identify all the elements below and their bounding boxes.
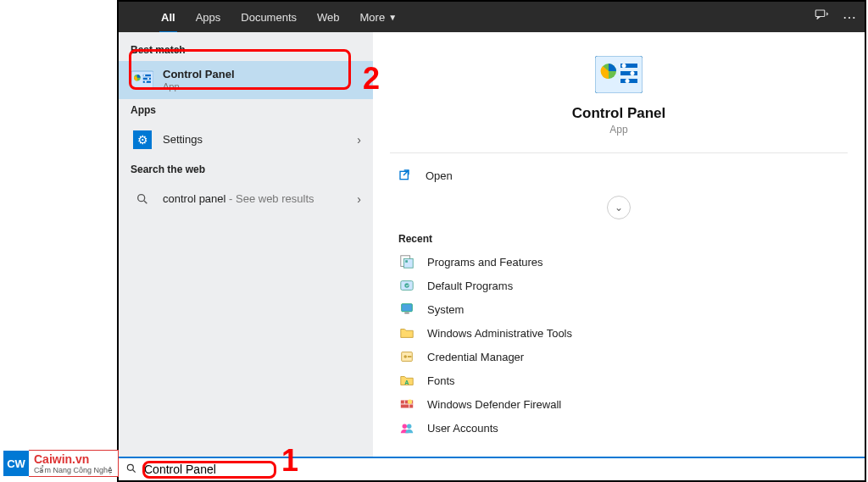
recent-header: Recent <box>373 228 865 250</box>
chevron-right-icon: › <box>357 192 361 206</box>
recent-system[interactable]: System <box>373 297 865 321</box>
recent-defender-firewall[interactable]: Windows Defender Firewall <box>373 392 865 416</box>
system-icon <box>398 302 415 317</box>
svg-point-9 <box>138 194 145 201</box>
control-panel-icon <box>595 56 643 93</box>
programs-icon <box>398 254 415 269</box>
credential-icon <box>398 349 415 364</box>
svg-point-24 <box>404 283 409 287</box>
result-title: Control Panel <box>163 68 235 81</box>
watermark: CW Caiwin.vn Cẩm Nang Công Nghệ <box>3 450 119 477</box>
svg-point-35 <box>408 400 412 404</box>
recent-admin-tools[interactable]: Windows Administrative Tools <box>373 321 865 345</box>
recent-default-programs[interactable]: Default Programs <box>373 274 865 297</box>
svg-point-16 <box>622 64 626 68</box>
result-subtitle: App <box>163 81 235 92</box>
tab-web[interactable]: Web <box>307 2 350 32</box>
svg-rect-5 <box>143 81 151 83</box>
svg-line-39 <box>133 469 136 472</box>
open-button[interactable]: Open <box>373 160 865 191</box>
apps-header: Apps <box>119 99 373 121</box>
feedback-icon[interactable] <box>814 8 829 26</box>
svg-rect-4 <box>143 78 151 80</box>
svg-rect-29 <box>408 356 412 357</box>
recent-programs-and-features[interactable]: Programs and Features <box>373 250 865 274</box>
tab-documents[interactable]: Documents <box>231 2 307 32</box>
preview-title: Control Panel <box>373 105 865 122</box>
fonts-icon: A <box>398 373 415 388</box>
best-match-control-panel[interactable]: Control Panel App <box>119 61 373 99</box>
svg-text:A: A <box>404 379 409 386</box>
firewall-icon <box>398 396 415 412</box>
more-options-icon[interactable]: ⋯ <box>843 9 856 25</box>
svg-point-37 <box>407 424 411 429</box>
user-accounts-icon <box>398 420 415 435</box>
svg-point-8 <box>145 81 147 83</box>
tab-apps[interactable]: Apps <box>186 2 231 32</box>
preview-subtitle: App <box>373 124 865 136</box>
svg-point-18 <box>626 79 630 83</box>
svg-rect-14 <box>620 71 637 75</box>
chevron-down-icon: ⌄ <box>615 202 623 213</box>
svg-rect-21 <box>403 258 413 268</box>
apps-settings[interactable]: ⚙ Settings › <box>119 121 373 158</box>
control-panel-icon <box>131 68 154 91</box>
svg-rect-26 <box>404 313 409 314</box>
tab-more[interactable]: More▼ <box>350 2 408 32</box>
svg-point-28 <box>403 355 407 358</box>
search-input[interactable] <box>142 462 363 477</box>
best-match-header: Best match <box>119 39 373 61</box>
expand-button[interactable]: ⌄ <box>607 196 631 219</box>
results-panel: Best match Control Panel App Apps ⚙ Sett… <box>119 32 373 457</box>
svg-point-36 <box>403 424 407 429</box>
recent-fonts[interactable]: AFonts <box>373 368 865 392</box>
web-header: Search the web <box>119 158 373 180</box>
tab-all[interactable]: All <box>151 2 186 32</box>
svg-point-7 <box>147 78 149 80</box>
recent-credential-manager[interactable]: Credential Manager <box>373 345 865 368</box>
search-icon <box>125 463 137 477</box>
default-programs-icon <box>398 278 415 293</box>
web-result-control-panel[interactable]: control panel - See web results › <box>119 180 373 218</box>
svg-point-6 <box>143 75 145 76</box>
open-icon <box>398 169 412 182</box>
chevron-right-icon: › <box>357 133 361 147</box>
svg-rect-25 <box>402 304 413 312</box>
search-filter-tabs: All Apps Documents Web More▼ ⋯ <box>119 2 865 32</box>
watermark-logo: CW <box>3 451 29 476</box>
folder-icon <box>398 325 415 341</box>
svg-point-38 <box>127 464 133 470</box>
svg-line-10 <box>144 201 147 203</box>
svg-point-17 <box>631 71 635 75</box>
recent-user-accounts[interactable]: User Accounts <box>373 416 865 440</box>
search-bar[interactable] <box>119 457 865 480</box>
preview-panel: Control Panel App Open ⌄ Recent Programs… <box>373 32 865 457</box>
settings-icon: ⚙ <box>131 128 154 152</box>
svg-rect-22 <box>405 260 408 263</box>
svg-rect-0 <box>815 10 825 17</box>
search-icon <box>131 187 154 211</box>
